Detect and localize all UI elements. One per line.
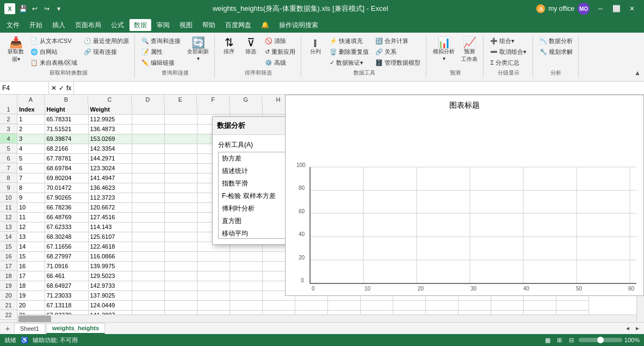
reapply-button[interactable]: ↺ 重新应用 — [263, 47, 298, 57]
sheet-nav-buttons: ◄ ► — [106, 324, 642, 333]
title-bar-right: ⚠ my office MO ─ ⬜ ✕ — [536, 1, 640, 16]
zoom-slider[interactable] — [579, 338, 622, 342]
add-sheet-button[interactable]: + — [2, 323, 13, 334]
flash-fill-button[interactable]: ⚡ 快速填充 — [327, 36, 371, 46]
menu-baidu[interactable]: 百度网盘 — [221, 19, 256, 31]
menu-review[interactable]: 审阅 — [152, 19, 174, 31]
menu-insert[interactable]: 插入 — [48, 19, 70, 31]
svg-text:50: 50 — [576, 286, 583, 292]
advanced-button[interactable]: ⚙️ 高级 — [263, 58, 298, 68]
status-ready: 就绪 — [4, 336, 16, 344]
svg-text:20: 20 — [418, 286, 424, 292]
data-validation-button[interactable]: ✓ 数据验证▾ — [327, 58, 371, 68]
ribbon-group-data-tools: ⫿ 分列 ⚡ 快速填充 🗑️ 删除重复值 ✓ 数据验证▾ 🔣 合并计算 🔗 关系… — [302, 35, 426, 78]
group-label: 获取和转换数据 — [49, 69, 88, 77]
normal-view-button[interactable]: ▦ — [543, 335, 553, 345]
filter-button[interactable]: ⊽ 筛选 — [241, 36, 261, 57]
relationships-button[interactable]: 🔗 关系 — [373, 47, 423, 57]
menu-formula[interactable]: 公式 — [107, 19, 128, 31]
consolidate-button[interactable]: 🔣 合并计算 — [373, 36, 423, 46]
undo-button[interactable]: ↩ — [29, 3, 40, 14]
ribbon-col2: 🔣 合并计算 🔗 关系 🗄️ 管理数据模型 — [373, 36, 423, 68]
from-table-button[interactable]: 📋 来自表格/区域 — [28, 58, 79, 68]
group-label: 数据工具 — [354, 69, 375, 77]
group-label: 排序和筛选 — [245, 69, 272, 77]
zoom-level: 100% — [624, 337, 640, 343]
get-data-button[interactable]: 📥 获取数据▾ — [5, 36, 26, 64]
customize-button[interactable]: ▾ — [53, 3, 64, 14]
properties-button[interactable]: 📝 属性 — [139, 47, 183, 57]
save-button[interactable]: 💾 — [17, 3, 28, 14]
excel-icon: X — [4, 3, 15, 14]
svg-text:10: 10 — [364, 286, 371, 292]
recent-sources-button[interactable]: 🕐 最近使用的源 — [82, 36, 131, 46]
ribbon-col: 📄 从文本/CSV 🌐 自网站 📋 来自表格/区域 — [28, 36, 79, 68]
menu-home[interactable]: 开始 — [25, 19, 47, 31]
name-box[interactable]: F4 — [0, 82, 49, 94]
status-right: ▦ ⊞ ⊟ 100% — [543, 335, 640, 345]
what-if-button[interactable]: 📊 模拟分析▾ — [431, 36, 457, 63]
group-button[interactable]: ➕ 组合▾ — [488, 36, 529, 46]
ribbon-col: ⚡ 快速填充 🗑️ 删除重复值 ✓ 数据验证▾ — [327, 36, 371, 68]
svg-text:30: 30 — [470, 286, 477, 292]
minimize-button[interactable]: ─ — [593, 1, 608, 16]
page-layout-button[interactable]: ⊞ — [555, 335, 565, 345]
svg-text:60: 60 — [628, 286, 635, 292]
menu-view[interactable]: 视图 — [175, 19, 197, 31]
status-bar: 就绪 ♿ 辅助功能: 不可用 ▦ ⊞ ⊟ 100% — [0, 334, 644, 346]
confirm-formula-icon[interactable]: ✓ — [59, 84, 64, 92]
office-label: my office — [548, 5, 574, 13]
get-data-icon: 📥 — [9, 37, 23, 48]
menu-file[interactable]: 文件 — [2, 19, 24, 31]
sheet-tab-sheet1[interactable]: Sheet1 — [14, 323, 45, 334]
filter-label: 筛选 — [245, 48, 256, 55]
user-avatar[interactable]: MO — [578, 3, 590, 15]
split-button[interactable]: ⫿ 分列 — [306, 36, 325, 57]
menu-search[interactable]: 操作说明搜索 — [275, 19, 323, 31]
forecast-button[interactable]: 📈 预测工作表 — [459, 36, 480, 64]
solver-button[interactable]: 🔧 规划求解 — [537, 47, 575, 57]
svg-text:40: 40 — [523, 286, 530, 292]
menu-layout[interactable]: 页面布局 — [71, 19, 106, 31]
ungroup-button[interactable]: ➖ 取消组合▾ — [488, 47, 529, 57]
from-text-button[interactable]: 📄 从文本/CSV — [28, 36, 79, 46]
sheet-scroll-left[interactable]: ◄ — [623, 324, 632, 333]
forecast-icon: 📈 — [463, 37, 476, 48]
menu-bell[interactable]: 🔔 — [257, 19, 274, 31]
subtotal-button[interactable]: Σ 分类汇总 — [488, 58, 529, 68]
remove-duplicates-button[interactable]: 🗑️ 删除重复值 — [327, 47, 371, 57]
manage-model-button[interactable]: 🗄️ 管理数据模型 — [373, 58, 423, 68]
ribbon-group-get-transform: 📥 获取数据▾ 📄 从文本/CSV 🌐 自网站 📋 来自表格/区域 🕐 最近使用… — [2, 35, 135, 78]
ribbon-col: 🚫 清除 ↺ 重新应用 ⚙️ 高级 — [263, 36, 298, 68]
edit-links-button[interactable]: ✏️ 编辑链接 — [139, 58, 183, 68]
svg-text:100: 100 — [296, 162, 306, 168]
page-break-button[interactable]: ⊟ — [567, 335, 577, 345]
close-button[interactable]: ✕ — [624, 1, 640, 16]
restore-button[interactable]: ⬜ — [609, 1, 624, 16]
split-icon: ⫿ — [313, 37, 318, 48]
existing-connections-button[interactable]: 🔗 现有连接 — [82, 47, 131, 57]
warning-icon: ⚠ — [536, 4, 545, 13]
insert-function-icon[interactable]: fx — [66, 84, 71, 92]
queries-connections-button[interactable]: 🔍 查询和连接 — [139, 36, 183, 46]
data-analysis-button[interactable]: 📉 数据分析 — [537, 36, 575, 46]
what-if-label: 模拟分析▾ — [433, 48, 455, 61]
sheet-tab-weights[interactable]: weights_heights — [46, 323, 105, 334]
group-label: 查询和连接 — [162, 69, 189, 77]
cancel-formula-icon[interactable]: ✕ — [51, 84, 57, 92]
chart-title: 图表标题 — [291, 101, 638, 110]
from-web-button[interactable]: 🌐 自网站 — [28, 47, 79, 57]
clear-button[interactable]: 🚫 清除 — [263, 36, 298, 46]
ribbon-collapse[interactable]: ▲ — [633, 35, 642, 78]
ribbon-group-outline: ➕ 组合▾ ➖ 取消组合▾ Σ 分类汇总 分级显示 — [485, 35, 532, 78]
menu-data[interactable]: 数据 — [129, 19, 151, 31]
redo-button[interactable]: ↪ — [41, 3, 52, 14]
sort-button[interactable]: ⇅ 排序 — [219, 36, 239, 57]
status-left: 就绪 ♿ 辅助功能: 不可用 — [4, 336, 78, 344]
refresh-all-button[interactable]: 🔄 全部刷新▾ — [185, 36, 211, 63]
zoom-thumb[interactable] — [597, 337, 604, 343]
menu-help[interactable]: 帮助 — [198, 19, 220, 31]
group-content: ⫿ 分列 ⚡ 快速填充 🗑️ 删除重复值 ✓ 数据验证▾ 🔣 合并计算 🔗 关系… — [306, 36, 423, 68]
sheet-scroll-right[interactable]: ► — [633, 324, 642, 333]
group-content: 📉 数据分析 🔧 规划求解 — [537, 36, 575, 68]
